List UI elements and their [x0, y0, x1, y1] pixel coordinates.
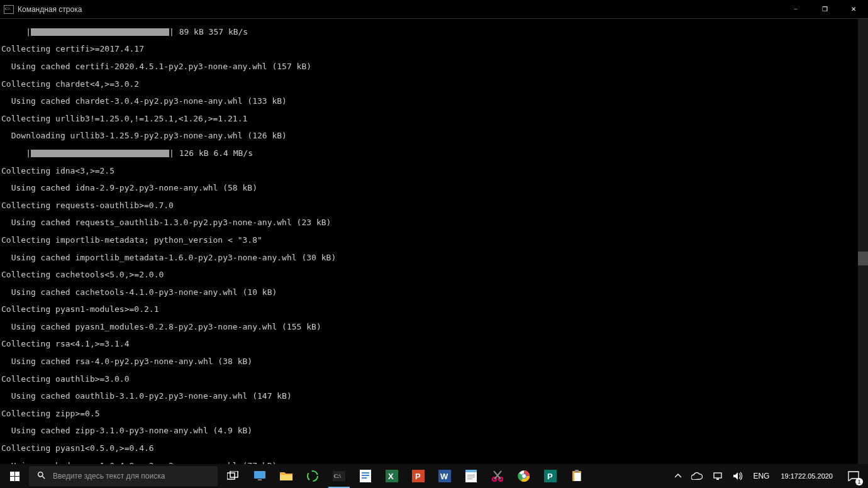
windows-logo-icon	[10, 472, 19, 481]
terminal-line: Collecting idna<3,>=2.5	[1, 167, 867, 175]
maximize-button[interactable]: ❐	[810, 0, 839, 19]
terminal-output[interactable]: || 89 kB 357 kB/s Collecting certifi>=20…	[0, 19, 868, 464]
terminal-line: Using cached zipp-3.1.0-py3-none-any.whl…	[1, 426, 867, 435]
terminal-line: Collecting pyasn1-modules>=0.2.1	[1, 305, 867, 314]
svg-text:X: X	[388, 472, 394, 481]
terminal-line: Downloading urllib3-1.25.9-py2.py3-none-…	[1, 131, 867, 140]
tray-overflow-button[interactable]	[672, 464, 684, 488]
word-icon: W	[437, 469, 452, 484]
svg-rect-18	[465, 470, 477, 472]
svg-text:C:\: C:\	[334, 473, 342, 479]
tray-onedrive-icon[interactable]	[689, 464, 705, 488]
terminal-line: Using cached requests_oauthlib-1.3.0-py2…	[1, 218, 867, 227]
close-button[interactable]: ✕	[839, 0, 868, 19]
taskbar-app-excel[interactable]: X	[379, 464, 405, 488]
search-input[interactable]: Введите здесь текст для поиска	[29, 466, 218, 486]
taskbar-app-snip[interactable]	[484, 464, 511, 488]
svg-text:W: W	[440, 472, 448, 481]
notepad-icon	[464, 469, 479, 484]
terminal-line: Using cached oauthlib-3.1.0-py2.py3-none…	[1, 392, 867, 401]
tray-notifications-button[interactable]: 1	[842, 464, 865, 488]
window-title: Командная строка	[18, 5, 82, 14]
notification-badge: 1	[855, 478, 863, 485]
svg-rect-1	[230, 471, 238, 477]
svg-rect-35	[716, 479, 719, 480]
terminal-line: Collecting requests-oauthlib>=0.7.0	[1, 201, 867, 210]
taskbar-app-spinner[interactable]	[299, 464, 326, 488]
loading-icon	[305, 469, 320, 484]
terminal-line: Collecting chardet<4,>=3.0.2	[1, 80, 867, 89]
doc-icon	[358, 469, 373, 484]
powerpoint-icon: P	[411, 469, 426, 484]
svg-rect-8	[362, 472, 369, 474]
taskbar-app-powerpoint[interactable]: P	[405, 464, 431, 488]
terminal-line: Using cached cachetools-4.1.0-py3-none-a…	[1, 288, 867, 297]
taskbar-app-chrome[interactable]	[511, 464, 537, 488]
terminal-line: Collecting rsa<4.1,>=3.1.4	[1, 340, 867, 348]
system-tray: ENG 19:17 22.05.2020 1	[672, 464, 868, 488]
svg-point-28	[522, 474, 526, 478]
svg-text:P: P	[415, 472, 421, 481]
task-view-icon	[226, 469, 241, 484]
start-button[interactable]	[0, 464, 29, 488]
cmd-icon	[4, 5, 14, 14]
window-titlebar: Командная строка − ❐ ✕	[0, 0, 868, 19]
tray-clock[interactable]: 19:17 22.05.2020	[777, 464, 837, 488]
taskbar-app-word[interactable]: W	[431, 464, 458, 488]
cmd-taskbar-icon: C:\	[331, 469, 347, 484]
clipboard-icon	[569, 469, 584, 484]
taskbar-app-legacy[interactable]	[247, 464, 273, 488]
clock-date: 22.05.2020	[798, 472, 833, 480]
svg-rect-0	[227, 473, 235, 479]
monitor-icon	[252, 469, 267, 484]
terminal-line: Using cached pyasn1_modules-0.2.8-py2.py…	[1, 323, 867, 331]
folder-icon	[279, 469, 294, 484]
progress-speed-2: 126 kB 6.4 MB/s	[179, 148, 253, 158]
svg-rect-20	[467, 477, 475, 477]
terminal-line: Using cached idna-2.9-py2.py3-none-any.w…	[1, 184, 867, 192]
svg-rect-2	[254, 471, 265, 479]
scrollbar[interactable]	[858, 19, 868, 464]
scissors-icon	[490, 469, 505, 484]
taskbar-app-wordpad[interactable]	[352, 464, 379, 488]
svg-rect-34	[714, 473, 721, 478]
progress-speed-1: 89 kB 357 kB/s	[179, 27, 248, 36]
terminal-line: Using cached rsa-4.0-py2.py3-none-any.wh…	[1, 357, 867, 366]
minimize-button[interactable]: −	[781, 0, 810, 19]
svg-text:P: P	[547, 472, 553, 481]
publisher-icon: P	[543, 469, 558, 484]
taskbar: Введите здесь текст для поиска C:\ X P W…	[0, 464, 868, 488]
search-placeholder: Введите здесь текст для поиска	[53, 472, 165, 480]
taskbar-app-notepad[interactable]	[458, 464, 484, 488]
terminal-line: Collecting oauthlib>=3.0.0	[1, 375, 867, 384]
svg-rect-9	[362, 475, 369, 476]
svg-rect-32	[574, 473, 581, 481]
terminal-line: Collecting importlib-metadata; python_ve…	[1, 236, 867, 245]
taskbar-app-cmd[interactable]: C:\	[326, 464, 352, 488]
terminal-line: Using cached importlib_metadata-1.6.0-py…	[1, 253, 867, 262]
tray-network-icon[interactable]	[710, 464, 725, 488]
task-view-button[interactable]	[220, 464, 247, 488]
tray-language[interactable]: ENG	[750, 464, 772, 488]
chrome-icon	[516, 469, 531, 484]
tray-volume-icon[interactable]	[730, 464, 745, 488]
svg-point-4	[308, 471, 318, 481]
search-icon	[36, 470, 47, 482]
svg-rect-19	[467, 475, 475, 475]
clock-time: 19:17	[781, 472, 798, 480]
terminal-line: Collecting cachetools<5.0,>=2.0.0	[1, 270, 867, 279]
terminal-line: Collecting urllib3!=1.25.0,!=1.25.1,<1.2…	[1, 114, 867, 123]
terminal-line: Using cached certifi-2020.4.5.1-py2.py3-…	[1, 62, 867, 71]
terminal-line: Collecting pyasn1<0.5.0,>=0.4.6	[1, 444, 867, 453]
terminal-line: Collecting certifi>=2017.4.17	[1, 45, 867, 53]
taskbar-app-explorer[interactable]	[273, 464, 299, 488]
svg-rect-33	[575, 470, 579, 472]
window-controls: − ❐ ✕	[781, 0, 868, 19]
terminal-line: Collecting zipp>=0.5	[1, 409, 867, 418]
excel-icon: X	[384, 469, 399, 484]
taskbar-app-paste[interactable]	[564, 464, 590, 488]
svg-rect-21	[467, 479, 472, 479]
svg-rect-3	[258, 479, 262, 480]
taskbar-app-publisher[interactable]: P	[537, 464, 564, 488]
scrollbar-thumb[interactable]	[858, 252, 868, 265]
